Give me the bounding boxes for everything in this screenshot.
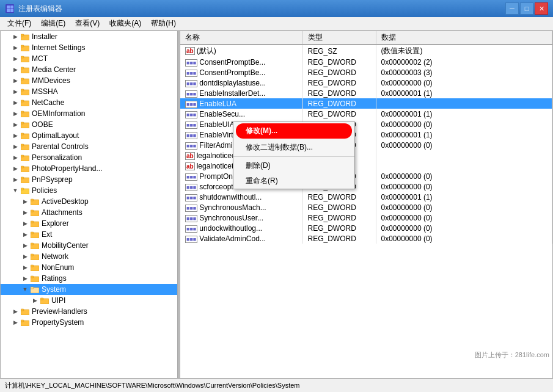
table-row[interactable]: ■■■EnableInstallerDet... REG_DWORD 0x000… [180,88,552,98]
tree-item-label: OptimalLayout [32,131,79,140]
registry-table[interactable]: 名称 类型 数据 ab(默认) REG_SZ (数值未设置) ■■■Consen… [180,31,552,378]
tree-item[interactable]: ▶ PnPSysprep [1,174,177,185]
tree-item[interactable]: ▶ PropertySystem [1,317,177,328]
tree-item[interactable]: ▶ Media Center [1,64,177,75]
menu-favorites[interactable]: 收藏夹(A) [104,17,146,30]
cell-type: REG_DWORD [302,212,376,223]
table-row[interactable]: ■■■undockwithoutlog... REG_DWORD 0x00000… [180,223,552,233]
svg-rect-6 [21,34,24,36]
close-button[interactable]: ✕ [535,2,548,15]
menu-help[interactable]: 帮助(H) [146,17,181,30]
cell-data [376,161,552,171]
tree-item[interactable]: ▶ Ext [1,229,177,240]
col-name: 名称 [180,31,302,45]
cell-name: ■■■EnableInstallerDet... [180,88,302,98]
tree-item-label: Internet Settings [32,43,85,52]
cell-data: 0x00000000 (0) [376,140,552,150]
cell-data: 0x00000000 (0) [376,181,552,192]
reg-name: ConsentPromptBe... [199,68,265,77]
tree-item[interactable]: ▶ Ratings [1,273,177,284]
table-row[interactable]: ■■■ValidateAdminCod... REG_DWORD 0x00000… [180,233,552,244]
tree-item[interactable]: ▶ Personalization [1,152,177,163]
tree-expander: ▶ [20,275,30,281]
table-row[interactable]: ab(默认) REG_SZ (数值未设置) [180,45,552,57]
reg-dword-icon: ■■■ [185,215,197,222]
table-row[interactable]: ■■■SynchronousMach... REG_DWORD 0x000000… [180,202,552,212]
tree-item[interactable]: ▶ Internet Settings [1,42,177,53]
reg-dword-icon: ■■■ [185,205,197,212]
tree-item[interactable]: ▼ Policies [1,185,177,196]
cell-data: 0x00000000 (0) [376,223,552,233]
table-row[interactable]: ■■■EnableSecu... REG_DWORD 0x00000001 (1… [180,109,552,119]
tree-expander: ▶ [10,67,20,73]
tree-item-label: Attachments [42,208,82,217]
menu-bar: 文件(F) 编辑(E) 查看(V) 收藏夹(A) 帮助(H) [0,17,553,31]
tree-expander: ▶ [20,264,30,270]
table-row[interactable]: ■■■ConsentPromptBe... REG_DWORD 0x000000… [180,67,552,78]
cell-data: 0x00000000 (0) [376,119,552,129]
tree-item-label: PnPSysprep [32,175,73,184]
reg-name: SynchronousMach... [199,203,266,212]
cell-name: ■■■undockwithoutlog... [180,223,302,233]
minimize-button[interactable]: ─ [505,2,519,15]
tree-item[interactable]: ▶ PreviewHandlers [1,306,177,317]
tree-item[interactable]: ▶ Parental Controls [1,141,177,152]
table-row[interactable]: ■■■SynchronousUser... REG_DWORD 0x000000… [180,212,552,223]
tree-item-label: UIPI [51,296,65,305]
tree-item[interactable]: ▶ MobilityCenter [1,240,177,251]
tree-item[interactable]: ▶ ActiveDesktop [1,196,177,207]
tree-item[interactable]: ▼ System [1,284,177,295]
context-menu-item[interactable]: 修改二进制数据(B)... [233,140,354,155]
tree-item[interactable]: ▶ MMDevices [1,75,177,86]
tree-scroll[interactable]: ▶ Installer▶ Internet Settings▶ MCT▶ Med… [1,31,177,378]
tree-item-label: Personalization [32,153,82,162]
tree-item[interactable]: ▶ Network [1,251,177,262]
cell-data: 0x00000001 (1) [376,88,552,98]
tree-item[interactable]: ▶ Installer [1,31,177,42]
tree-item[interactable]: ▶ OEMInformation [1,108,177,119]
tree-item[interactable]: ▶ MCT [1,53,177,64]
tree-item[interactable]: ▶ MSSHA [1,86,177,97]
table-row[interactable]: ■■■dontdisplaylastuse... REG_DWORD 0x000… [180,78,552,88]
folder-icon [20,98,30,107]
tree-expander: ▶ [10,132,20,139]
cell-data: (数值未设置) [376,45,552,57]
tree-item[interactable]: ▶ Attachments [1,207,177,218]
svg-rect-40 [31,221,34,223]
reg-name: ValidateAdminCod... [199,234,266,243]
tree-expander: ▶ [10,56,20,62]
context-menu-item[interactable]: 修改(M)... [236,123,352,139]
reg-dword-icon: ■■■ [185,225,197,233]
window-title: 注册表编辑器 [18,4,505,14]
svg-rect-42 [31,232,34,234]
tree-expander: ▶ [20,209,30,216]
folder-icon [30,241,40,250]
context-menu-separator [233,156,354,157]
table-row[interactable]: ■■■shutdownwithoutl... REG_DWORD 0x00000… [180,192,552,202]
tree-item[interactable]: ▶ UIPI [1,295,177,306]
tree-item[interactable]: ▶ PhotoPropertyHand... [1,163,177,174]
svg-rect-20 [21,111,24,113]
tree-item-label: Ratings [42,274,67,283]
svg-rect-16 [21,89,24,91]
context-menu-item[interactable]: 删除(D) [233,158,354,173]
tree-item-label: MobilityCenter [42,241,89,250]
tree-item[interactable]: ▶ Explorer [1,218,177,229]
tree-item[interactable]: ▶ OOBE [1,119,177,130]
tree-item[interactable]: ▶ NonEnum [1,262,177,273]
maximize-button[interactable]: □ [520,2,533,15]
tree-expander: ▶ [20,198,30,205]
tree-item-label: Ext [42,230,52,239]
menu-file[interactable]: 文件(F) [2,17,36,30]
tree-item[interactable]: ▶ NetCache [1,97,177,108]
table-row[interactable]: ■■■ConsentPromptBe... REG_DWORD 0x000000… [180,57,552,67]
tree-expander: ▶ [20,220,30,227]
menu-view[interactable]: 查看(V) [70,17,104,30]
menu-edit[interactable]: 编辑(E) [36,17,70,30]
cell-data: 0x00000000 (0) [376,202,552,212]
tree-item[interactable]: ▶ OptimalLayout [1,130,177,141]
tree-panel: ▶ Installer▶ Internet Settings▶ MCT▶ Med… [1,31,178,378]
folder-icon [20,175,30,184]
table-row[interactable]: ■■■EnableLUA REG_DWORD [180,98,552,109]
context-menu-item[interactable]: 重命名(R) [233,173,354,189]
